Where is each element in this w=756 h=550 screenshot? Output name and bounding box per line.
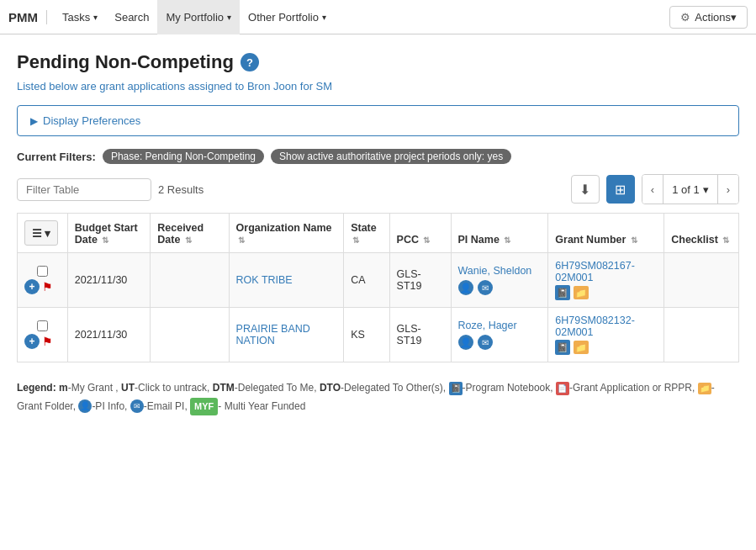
- nav-item-search[interactable]: Search: [106, 0, 157, 34]
- col-header-state: State ⇅: [344, 214, 389, 253]
- legend-person-icon: 👤: [78, 399, 92, 413]
- legend: Legend: m-My Grant , UT-Click to untrack…: [17, 379, 739, 415]
- row2-received-date: [151, 308, 229, 362]
- col-header-pi-name: PI Name ⇅: [451, 214, 548, 253]
- page-title: Pending Non-Competing ?: [17, 51, 739, 73]
- otherportfolio-caret: ▾: [322, 13, 326, 22]
- actions-caret: ▾: [731, 11, 737, 24]
- row2-email-pi-icon[interactable]: ✉: [478, 335, 493, 350]
- sort-icon-pcc[interactable]: ⇅: [423, 235, 430, 245]
- row1-email-pi-icon[interactable]: ✉: [478, 280, 493, 295]
- legend-email-icon: ✉: [130, 399, 144, 413]
- myportfolio-caret: ▾: [227, 13, 231, 22]
- row2-flag-icon[interactable]: ⚑: [42, 335, 53, 348]
- tasks-caret: ▾: [93, 13, 98, 22]
- pagination-controls: ‹ 1 of 1 ▾ ›: [642, 174, 739, 204]
- sort-icon-grant[interactable]: ⇅: [631, 235, 637, 245]
- legend-pdf-icon: 📄: [556, 382, 569, 395]
- legend-folder-icon: 📁: [698, 383, 711, 394]
- row2-checklist: [664, 308, 739, 362]
- filter-badge-phase[interactable]: Phase: Pending Non-Competing: [103, 149, 264, 164]
- filter-badge-active[interactable]: Show active authoritative project period…: [271, 149, 511, 164]
- legend-dto-key: DTO: [320, 382, 341, 394]
- col-header-actions: ☰ ▾: [18, 214, 68, 253]
- legend-ut-key: UT: [121, 382, 135, 394]
- row1-grant-link[interactable]: 6H79SM082167-02M001: [555, 260, 635, 283]
- row2-pi-link[interactable]: Roze, Hager: [458, 320, 517, 331]
- pagination-dropdown-icon[interactable]: ▾: [703, 183, 709, 196]
- display-prefs-toggle[interactable]: ▶ Display Preferences: [17, 105, 739, 136]
- row1-pi-name: Wanie, Sheldon 👤 ✉: [451, 253, 548, 308]
- nav-item-otherportfolio[interactable]: Other Portfolio ▾: [240, 0, 335, 34]
- row1-checklist: [664, 253, 739, 308]
- data-table: ☰ ▾ Budget Start Date ⇅ Received Date ⇅ …: [17, 213, 739, 362]
- row2-checkbox[interactable]: [37, 320, 48, 331]
- col-header-grant-number: Grant Number ⇅: [548, 214, 664, 253]
- pagination-next-button[interactable]: ›: [718, 175, 738, 204]
- navbar: PMM Tasks ▾ Search My Portfolio ▾ Other …: [0, 0, 756, 34]
- col-header-org-name: Organization Name ⇅: [229, 214, 344, 253]
- row1-pi-info-icon[interactable]: 👤: [458, 280, 473, 295]
- subtitle: Listed below are grant applications assi…: [17, 80, 739, 93]
- brand-label: PMM: [8, 10, 47, 24]
- row2-budget-start: 2021/11/30: [67, 308, 151, 362]
- row2-grant-link[interactable]: 6H79SM082132-02M001: [555, 315, 635, 338]
- row2-notebook-icon[interactable]: 📓: [555, 340, 570, 355]
- row2-pi-name: Roze, Hager 👤 ✉: [451, 308, 548, 362]
- row2-pi-info-icon[interactable]: 👤: [458, 335, 473, 350]
- col-header-budget-start: Budget Start Date ⇅: [67, 214, 151, 253]
- sort-icon-state[interactable]: ⇅: [352, 235, 359, 245]
- row1-folder-icon[interactable]: 📁: [574, 286, 589, 299]
- row2-actions-cell: + ⚑: [18, 308, 68, 362]
- row1-budget-start: 2021/11/30: [67, 253, 151, 308]
- row1-actions-cell: + ⚑: [18, 253, 68, 308]
- pagination-prev-button[interactable]: ‹: [642, 175, 663, 204]
- actions-button[interactable]: ⚙ Actions ▾: [669, 6, 748, 29]
- table-controls: 2 Results ⬇ ⊞ ‹ 1 of 1 ▾ ›: [17, 174, 739, 204]
- legend-dtm-key: DTM: [213, 382, 235, 394]
- column-select-button[interactable]: ☰ ▾: [24, 220, 58, 246]
- row1-add-icon[interactable]: +: [24, 279, 40, 294]
- sort-icon-org[interactable]: ⇅: [238, 235, 245, 245]
- pagination-text: 1 of 1 ▾: [663, 175, 718, 204]
- sort-icon-checklist[interactable]: ⇅: [722, 235, 729, 245]
- help-icon[interactable]: ?: [241, 53, 259, 71]
- row2-pcc: GLS-ST19: [389, 308, 451, 362]
- row1-notebook-icon[interactable]: 📓: [555, 285, 570, 300]
- col-header-checklist: Checklist ⇅: [664, 214, 739, 253]
- row2-grant-number: 6H79SM082132-02M001 📓 📁: [548, 308, 664, 362]
- legend-label: Legend:: [17, 382, 56, 394]
- sort-icon-received[interactable]: ⇅: [185, 235, 192, 245]
- main-content: Pending Non-Competing ? Listed below are…: [0, 34, 756, 428]
- sort-icon-budget[interactable]: ⇅: [102, 235, 108, 245]
- row1-pi-link[interactable]: Wanie, Sheldon: [458, 265, 532, 277]
- nav-item-myportfolio[interactable]: My Portfolio ▾: [157, 0, 240, 34]
- filters-label: Current Filters:: [17, 151, 96, 163]
- filter-table-input[interactable]: [17, 178, 151, 201]
- row1-grant-number: 6H79SM082167-02M001 📓 📁: [548, 253, 664, 308]
- filters-row: Current Filters: Phase: Pending Non-Comp…: [17, 149, 739, 164]
- download-button[interactable]: ⬇: [571, 175, 600, 204]
- row2-folder-icon[interactable]: 📁: [574, 341, 589, 354]
- row2-org-link[interactable]: PRAIRIE BAND NATION: [236, 323, 310, 346]
- table-row: + ⚑ 2021/11/30 ROK TRIBE CA GLS-ST19 Wan…: [18, 253, 739, 308]
- legend-myf-badge: MYF: [190, 398, 218, 416]
- sort-icon-pi[interactable]: ⇅: [504, 235, 510, 245]
- chevron-right-icon: ▶: [30, 115, 38, 127]
- row2-org-name: PRAIRIE BAND NATION: [229, 308, 344, 362]
- gear-icon: ⚙: [680, 11, 690, 24]
- row1-flag-icon[interactable]: ⚑: [42, 280, 53, 294]
- results-count: 2 Results: [158, 183, 204, 196]
- row1-state: CA: [344, 253, 389, 308]
- row1-pcc: GLS-ST19: [389, 253, 451, 308]
- legend-notebook-icon: 📓: [449, 382, 463, 395]
- col-header-pcc: PCC ⇅: [389, 214, 451, 253]
- row1-checkbox[interactable]: [37, 266, 48, 277]
- legend-m-key: m: [59, 382, 68, 394]
- row1-org-link[interactable]: ROK TRIBE: [236, 274, 293, 286]
- row2-state: KS: [344, 308, 389, 362]
- col-header-received-date: Received Date ⇅: [151, 214, 229, 253]
- row2-add-icon[interactable]: +: [24, 334, 40, 349]
- grid-view-button[interactable]: ⊞: [606, 175, 635, 204]
- nav-item-tasks[interactable]: Tasks ▾: [54, 0, 106, 34]
